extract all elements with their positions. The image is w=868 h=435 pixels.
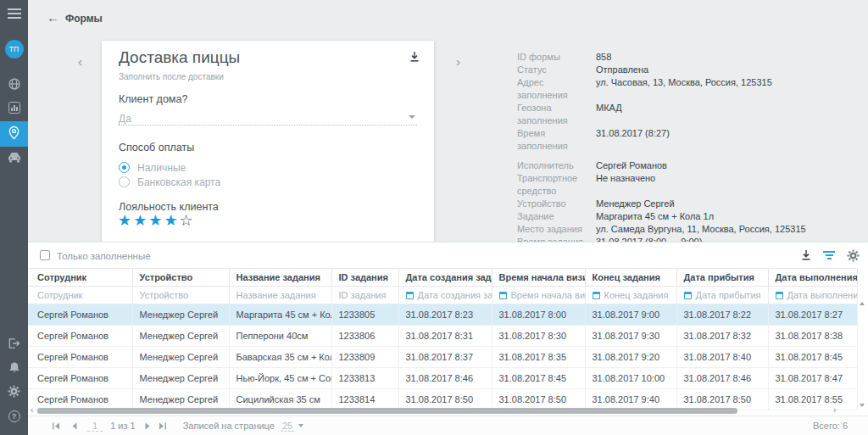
table-row[interactable]: Сергей РомановМенеджер СергейСицилийская… xyxy=(28,389,857,410)
prev-form-chevron-icon[interactable]: ‹ xyxy=(78,54,82,69)
table-row[interactable]: Сергей РомановМенеджер СергейМаргарита 4… xyxy=(28,304,857,326)
sidebar-item-logout[interactable] xyxy=(0,333,28,357)
column-filter-input[interactable]: ID задания xyxy=(331,287,398,304)
radio-option-cash[interactable]: Наличные xyxy=(119,160,220,175)
next-form-chevron-icon[interactable]: › xyxy=(456,54,460,69)
sidebar-item-reports[interactable] xyxy=(0,98,28,121)
details-value: ул. Самеда Вургуна, 11, Москва, Россия, … xyxy=(596,223,806,236)
avatar[interactable]: ТП xyxy=(5,40,24,59)
scroll-right-icon[interactable]: › xyxy=(833,405,836,415)
pagination-bar: 1 1 из 1 Записей на странице 25 Всего: 6 xyxy=(28,415,868,435)
sidebar-item-help[interactable]: ? xyxy=(0,404,28,428)
table-cell: 31.08.2017 9:00 xyxy=(585,304,676,326)
table-cell: 31.08.2017 8:38 xyxy=(768,326,857,347)
export-icon[interactable] xyxy=(800,249,812,265)
scroll-up-icon[interactable] xyxy=(860,302,865,305)
star-rating: ★★★★☆ xyxy=(118,211,195,230)
table-row[interactable]: Сергей РомановМенеджер СергейПепперони 4… xyxy=(28,326,857,347)
bell-icon xyxy=(8,361,20,377)
table-cell: 31.08.2017 8:40 xyxy=(676,347,768,368)
per-page-select[interactable]: 25 xyxy=(281,421,294,432)
sidebar-item-forms[interactable] xyxy=(0,121,28,147)
scroll-left-icon[interactable]: ‹ xyxy=(31,405,33,415)
table-cell: 31.08.2017 8:27 xyxy=(768,304,857,326)
scroll-down-icon[interactable] xyxy=(860,404,865,407)
radio-option-card[interactable]: Банковская карта xyxy=(119,175,220,189)
table-cell: 31.08.2017 8:50 xyxy=(398,389,492,410)
column-filter-input[interactable]: Устройство xyxy=(132,287,229,304)
column-filter-input[interactable]: Дата создания зада... xyxy=(398,287,492,304)
column-header[interactable]: Дата выполнения xyxy=(768,269,857,287)
details-label: Место задания xyxy=(517,223,596,236)
download-icon[interactable] xyxy=(409,51,420,66)
prev-page-icon[interactable] xyxy=(71,422,77,430)
table-cell: 1233805 xyxy=(331,304,398,326)
column-filter-input[interactable]: Дата выполнения xyxy=(768,287,857,304)
column-header[interactable]: Конец задания xyxy=(585,269,676,287)
details-value: 31.08.2017 (8:27) xyxy=(596,127,670,153)
column-header[interactable]: Дата создания задания xyxy=(398,269,492,287)
details-row: ЗаданиеМаргарита 45 см + Кола 1л xyxy=(517,210,856,223)
table-cell: 31.08.2017 8:45 xyxy=(768,347,857,368)
table-settings-gear-icon[interactable] xyxy=(847,249,860,265)
table-cell: 31.08.2017 8:46 xyxy=(398,368,492,389)
table-cell: Менеджер Сергей xyxy=(132,389,229,410)
menu-icon[interactable] xyxy=(8,8,21,19)
answer-dropdown[interactable]: Да xyxy=(119,110,417,125)
table-row[interactable]: Сергей РомановМенеджер СергейБаварская 3… xyxy=(28,347,857,368)
sidebar-item-notifications[interactable] xyxy=(0,357,28,381)
table-cell: 31.08.2017 8:32 xyxy=(676,326,768,347)
table-cell: Сергей Романов xyxy=(28,304,132,326)
details-value: Маргарита 45 см + Кола 1л xyxy=(596,210,714,223)
details-label: Статус xyxy=(517,64,596,76)
form-title: Доставка пиццы xyxy=(119,48,240,67)
details-row: ID формы858 xyxy=(517,51,856,64)
star-filled-icon[interactable]: ★ xyxy=(133,212,148,229)
next-page-icon[interactable] xyxy=(145,422,151,430)
column-header[interactable]: Время начала визита xyxy=(492,269,585,287)
radio-unselected-icon xyxy=(119,176,130,187)
star-filled-icon[interactable]: ★ xyxy=(148,212,164,229)
filter-icon[interactable] xyxy=(823,251,835,261)
filled-only-label: Только заполненные xyxy=(57,251,151,261)
column-header[interactable]: Устройство xyxy=(132,269,229,287)
column-header[interactable]: Дата прибытия xyxy=(676,269,768,287)
sidebar-item-vehicles[interactable] xyxy=(0,147,28,170)
page-info: 1 из 1 xyxy=(110,421,136,431)
column-header[interactable]: ID задания xyxy=(331,269,398,287)
globe-icon xyxy=(8,77,21,94)
last-page-icon[interactable] xyxy=(159,422,167,430)
column-filter-input[interactable]: Сотрудник xyxy=(28,287,132,304)
table-cell: 1233814 xyxy=(331,389,398,410)
tasks-table: СотрудникУстройствоНазвание заданияID за… xyxy=(28,268,858,410)
star-filled-icon[interactable]: ★ xyxy=(164,212,179,229)
filled-only-checkbox[interactable] xyxy=(40,250,50,260)
column-filter-input[interactable]: Дата прибытия xyxy=(676,287,768,304)
star-empty-icon[interactable]: ☆ xyxy=(180,212,195,229)
calendar-icon xyxy=(684,292,692,299)
column-filter-input[interactable]: Название задания xyxy=(229,287,331,304)
first-page-icon[interactable] xyxy=(52,422,60,430)
column-header[interactable]: Название задания xyxy=(229,269,331,287)
table-row[interactable]: Сергей РомановМенеджер СергейНью-Йорк, 4… xyxy=(28,368,857,389)
table-cell: Пепперони 40см xyxy=(229,326,331,347)
current-page-input[interactable]: 1 xyxy=(87,421,103,432)
column-filter-input[interactable]: Конец задания xyxy=(585,287,676,304)
column-filter-input[interactable]: Время начала визита xyxy=(492,287,585,304)
column-header[interactable]: Сотрудник xyxy=(28,269,132,287)
table-cell: Сицилийская 35 см xyxy=(229,389,331,410)
sidebar-item-settings[interactable] xyxy=(0,381,28,404)
table-cell: Менеджер Сергей xyxy=(132,304,229,326)
filter-placeholder: Дата создания зада... xyxy=(418,290,492,300)
table-toolbar: Только заполненные xyxy=(28,243,868,268)
table-cell: Маргарита 45 см + Кола 1л xyxy=(229,304,331,326)
scrollbar-thumb[interactable] xyxy=(37,408,737,414)
star-filled-icon[interactable]: ★ xyxy=(118,212,133,229)
dropdown-value: Да xyxy=(119,113,131,125)
table-cell: 31.08.2017 8:30 xyxy=(492,326,585,347)
details-row: ИсполнительСергей Романов xyxy=(517,159,856,172)
per-page-chevron-icon[interactable] xyxy=(298,424,303,427)
sidebar-item-map[interactable] xyxy=(0,74,28,98)
table-cell: Сергей Романов xyxy=(28,368,132,389)
back-arrow-icon[interactable]: ← xyxy=(47,10,59,25)
